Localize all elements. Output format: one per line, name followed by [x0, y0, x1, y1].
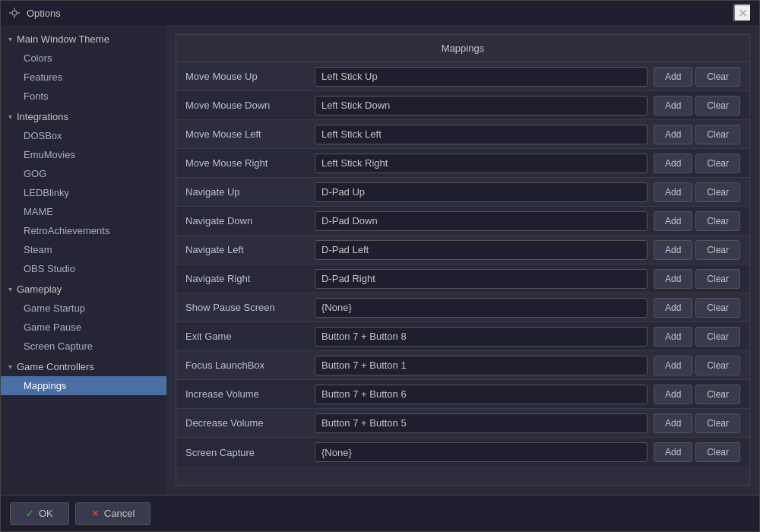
mapping-row: Screen Capture{None}AddClear — [176, 438, 749, 467]
add-button[interactable]: Add — [654, 154, 692, 173]
clear-button[interactable]: Clear — [695, 356, 740, 375]
mapping-value-field[interactable]: Left Stick Right — [315, 154, 648, 173]
mapping-value-field[interactable]: Left Stick Down — [315, 96, 648, 116]
close-button[interactable]: ✕ — [733, 4, 752, 22]
add-button[interactable]: Add — [654, 413, 692, 433]
cancel-icon: ✕ — [91, 508, 100, 519]
clear-button[interactable]: Clear — [695, 385, 740, 404]
sidebar-item-emumovies[interactable]: EmuMovies — [1, 145, 166, 164]
add-button[interactable]: Add — [654, 96, 692, 116]
mapping-action-label: Move Mouse Left — [185, 128, 315, 140]
sidebar-group-header-3[interactable]: ▾Game Controllers — [1, 357, 166, 376]
title-bar: Options ✕ — [1, 1, 759, 25]
mapping-action-label: Increase Volume — [185, 388, 315, 400]
main-content: Mappings Move Mouse UpLeft Stick UpAddCl… — [166, 25, 759, 495]
mapping-buttons: AddClear — [654, 67, 740, 87]
add-button[interactable]: Add — [654, 211, 692, 231]
mapping-value-field[interactable]: Button 7 + Button 1 — [315, 356, 648, 375]
sidebar-item-steam[interactable]: Steam — [1, 240, 166, 259]
add-button[interactable]: Add — [654, 269, 692, 289]
add-button[interactable]: Add — [654, 385, 692, 404]
mapping-action-label: Show Pause Screen — [185, 302, 315, 313]
sidebar-group-header-0[interactable]: ▾Main Window Theme — [1, 30, 166, 49]
mapping-row: Navigate RightD-Pad RightAddClear — [176, 264, 749, 293]
sidebar-item-colors[interactable]: Colors — [1, 49, 166, 68]
mapping-value-field[interactable]: D-Pad Up — [315, 182, 648, 202]
clear-button[interactable]: Clear — [695, 413, 740, 433]
mapping-row: Move Mouse RightLeft Stick RightAddClear — [176, 149, 749, 178]
ok-button[interactable]: ✓ OK — [10, 502, 69, 525]
mapping-action-label: Exit Game — [185, 331, 315, 342]
collapse-icon: ▾ — [8, 112, 12, 121]
sidebar-item-retroachievements[interactable]: RetroAchievements — [1, 221, 166, 240]
mapping-buttons: AddClear — [654, 96, 740, 116]
sidebar-item-game-pause[interactable]: Game Pause — [1, 318, 166, 337]
clear-button[interactable]: Clear — [695, 269, 740, 289]
group-label: Main Window Theme — [17, 33, 109, 45]
mapping-value-field[interactable]: D-Pad Down — [315, 211, 648, 231]
sidebar-item-obs-studio[interactable]: OBS Studio — [1, 259, 166, 278]
mapping-value-field[interactable]: Left Stick Left — [315, 125, 648, 144]
mapping-value-field[interactable]: D-Pad Right — [315, 269, 648, 289]
mapping-value-field[interactable]: D-Pad Left — [315, 240, 648, 260]
clear-button[interactable]: Clear — [695, 327, 740, 347]
clear-button[interactable]: Clear — [695, 67, 740, 87]
clear-button[interactable]: Clear — [695, 211, 740, 231]
mapping-buttons: AddClear — [654, 240, 740, 260]
mapping-buttons: AddClear — [654, 154, 740, 173]
mapping-value-field[interactable]: Left Stick Up — [315, 67, 648, 87]
mapping-value-field[interactable]: {None} — [315, 298, 648, 318]
sidebar-group-1: ▾IntegrationsDOSBoxEmuMoviesGOGLEDBlinky… — [1, 107, 166, 278]
sidebar-group-header-1[interactable]: ▾Integrations — [1, 107, 166, 126]
add-button[interactable]: Add — [654, 442, 692, 462]
clear-button[interactable]: Clear — [695, 182, 740, 202]
svg-point-0 — [12, 11, 17, 15]
add-button[interactable]: Add — [654, 125, 692, 144]
add-button[interactable]: Add — [654, 182, 692, 202]
mapping-row: Navigate UpD-Pad UpAddClear — [176, 178, 749, 207]
clear-button[interactable]: Clear — [695, 298, 740, 318]
add-button[interactable]: Add — [654, 327, 692, 347]
sidebar-item-dosbox[interactable]: DOSBox — [1, 126, 166, 145]
mapping-action-label: Decrease Volume — [185, 417, 315, 429]
sidebar-item-mappings[interactable]: Mappings — [1, 376, 166, 395]
mapping-value-field[interactable]: Button 7 + Button 6 — [315, 385, 648, 404]
sidebar-item-ledblinky[interactable]: LEDBlinky — [1, 183, 166, 202]
mapping-buttons: AddClear — [654, 182, 740, 202]
sidebar-item-game-startup[interactable]: Game Startup — [1, 299, 166, 318]
footer: ✓ OK ✕ Cancel — [1, 495, 759, 531]
group-label: Integrations — [17, 111, 68, 122]
sidebar-group-header-2[interactable]: ▾Gameplay — [1, 280, 166, 299]
clear-button[interactable]: Clear — [695, 125, 740, 144]
sidebar-group-3: ▾Game ControllersMappings — [1, 357, 166, 395]
sidebar-group-0: ▾Main Window ThemeColorsFeaturesFonts — [1, 30, 166, 106]
clear-button[interactable]: Clear — [695, 96, 740, 116]
mapping-action-label: Move Mouse Right — [185, 157, 315, 169]
add-button[interactable]: Add — [654, 240, 692, 260]
sidebar-item-features[interactable]: Features — [1, 68, 166, 87]
add-button[interactable]: Add — [654, 298, 692, 318]
sidebar-item-fonts[interactable]: Fonts — [1, 87, 166, 106]
mapping-action-label: Focus LaunchBox — [185, 359, 315, 371]
mapping-row: Navigate LeftD-Pad LeftAddClear — [176, 236, 749, 264]
collapse-icon: ▾ — [8, 35, 12, 43]
mapping-row: Navigate DownD-Pad DownAddClear — [176, 207, 749, 236]
mapping-row: Decrease VolumeButton 7 + Button 5AddCle… — [176, 409, 749, 438]
mapping-value-field[interactable]: {None} — [315, 442, 648, 462]
mapping-value-field[interactable]: Button 7 + Button 5 — [315, 413, 648, 433]
add-button[interactable]: Add — [654, 67, 692, 87]
clear-button[interactable]: Clear — [695, 154, 740, 173]
sidebar-item-mame[interactable]: MAME — [1, 202, 166, 221]
mapping-action-label: Navigate Left — [185, 244, 315, 255]
clear-button[interactable]: Clear — [695, 442, 740, 462]
clear-button[interactable]: Clear — [695, 240, 740, 260]
sidebar-item-gog[interactable]: GOG — [1, 164, 166, 183]
mapping-row: Move Mouse LeftLeft Stick LeftAddClear — [176, 120, 749, 149]
sidebar-item-screen-capture[interactable]: Screen Capture — [1, 337, 166, 356]
add-button[interactable]: Add — [654, 356, 692, 375]
group-label: Gameplay — [17, 283, 62, 295]
mapping-buttons: AddClear — [654, 298, 740, 318]
mapping-value-field[interactable]: Button 7 + Button 8 — [315, 327, 648, 347]
mapping-buttons: AddClear — [654, 327, 740, 347]
cancel-button[interactable]: ✕ Cancel — [75, 502, 150, 525]
